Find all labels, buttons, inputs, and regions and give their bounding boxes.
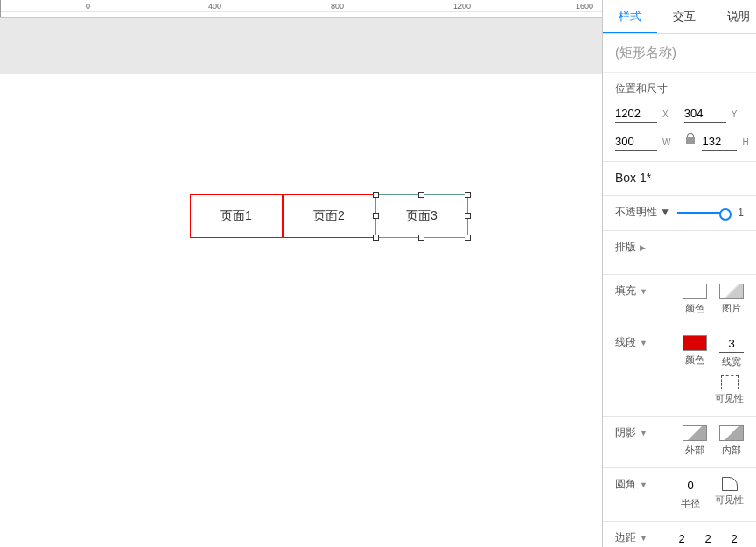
padding-toggle[interactable]: 边距▼ — [615, 530, 648, 545]
line-color-label: 颜色 — [685, 354, 704, 367]
canvas-panel: 0 400 800 1200 1600 页面1 页面2 页面3 — [0, 0, 603, 547]
line-color-swatch[interactable] — [682, 335, 707, 351]
shadow-inner-swatch[interactable] — [719, 425, 744, 441]
opacity-slider[interactable] — [677, 212, 731, 214]
tab-interaction[interactable]: 交互 — [657, 0, 711, 33]
section-line: 线段▼ 颜色 线宽 可见性 — [603, 326, 756, 417]
h-input[interactable] — [702, 133, 737, 151]
shadow-outer-swatch[interactable] — [682, 425, 707, 441]
fill-image-label: 图片 — [722, 302, 741, 315]
line-width-label: 线宽 — [722, 355, 741, 368]
shape-page-2[interactable]: 页面2 — [283, 194, 375, 238]
section-typography: 排版▶ — [603, 231, 756, 275]
fill-color-label: 颜色 — [685, 302, 704, 315]
ruler-tick: 400 — [208, 2, 221, 11]
inspector-sidebar: 样式 交互 说明 (矩形名称) 位置和尺寸 X Y W H — [603, 0, 756, 547]
section-title: 位置和尺寸 — [615, 81, 744, 96]
padding-right-input[interactable] — [725, 530, 743, 547]
fill-toggle[interactable]: 填充▼ — [615, 284, 648, 298]
section-shadow: 阴影▼ 外部 内部 — [603, 417, 756, 468]
corner-toggle[interactable]: 圆角▼ — [615, 477, 648, 492]
resize-handle-mr[interactable] — [465, 213, 471, 219]
typography-toggle[interactable]: 排版▶ — [615, 240, 744, 255]
fill-color-swatch[interactable] — [682, 284, 707, 299]
applied-style-name[interactable]: Box 1* — [615, 171, 651, 185]
line-visibility-icon[interactable] — [721, 375, 738, 389]
shape-label: 页面2 — [313, 208, 345, 224]
resize-handle-br[interactable] — [465, 235, 471, 241]
tab-style[interactable]: 样式 — [603, 0, 657, 33]
padding-top-input[interactable] — [699, 530, 717, 547]
shape-label: 页面1 — [220, 208, 252, 224]
resize-handle-bl[interactable] — [373, 235, 379, 241]
corner-radius-input[interactable] — [678, 477, 703, 494]
padding-left-input[interactable] — [673, 530, 690, 547]
y-input[interactable] — [684, 105, 726, 123]
corner-visibility-icon[interactable] — [722, 477, 738, 491]
opacity-value: 1 — [738, 207, 744, 219]
x-label: X — [662, 109, 668, 119]
ruler-tick: 1600 — [576, 2, 593, 11]
corner-visibility-label: 可见性 — [715, 494, 744, 507]
ruler-horizontal[interactable]: 0 400 800 1200 1600 — [0, 0, 602, 18]
artboard[interactable]: 页面1 页面2 页面3 — [0, 74, 602, 547]
w-label: W — [662, 137, 670, 147]
section-padding: 边距▼ 左侧 顶部 右侧 — [603, 522, 756, 547]
fill-image-swatch[interactable] — [719, 284, 744, 299]
ruler-tick: 1200 — [453, 2, 471, 11]
resize-handle-bm[interactable] — [418, 235, 424, 241]
section-corner: 圆角▼ 半径 可见性 — [603, 468, 756, 522]
resize-handle-tm[interactable] — [418, 192, 424, 198]
resize-handle-ml[interactable] — [373, 213, 379, 219]
line-visibility-label: 可见性 — [715, 392, 744, 405]
x-input[interactable] — [615, 105, 657, 123]
shape-page-3-selected[interactable]: 页面3 — [375, 194, 468, 238]
w-input[interactable] — [615, 133, 657, 151]
tab-notes[interactable]: 说明 — [711, 0, 756, 33]
shape-page-1[interactable]: 页面1 — [190, 194, 283, 238]
inspector-tabs: 样式 交互 说明 — [603, 0, 756, 34]
opacity-label: 不透明性 ▼ — [615, 205, 670, 220]
shape-name-input[interactable]: (矩形名称) — [603, 34, 756, 73]
shadow-toggle[interactable]: 阴影▼ — [615, 425, 648, 440]
section-position-size: 位置和尺寸 X Y W H — [603, 73, 756, 162]
ruler-tick: 0 — [86, 2, 90, 11]
canvas-area[interactable]: 页面1 页面2 页面3 — [0, 18, 602, 547]
corner-radius-label: 半径 — [681, 497, 700, 510]
shadow-outer-label: 外部 — [685, 444, 704, 457]
section-fill: 填充▼ 颜色 图片 — [603, 275, 756, 326]
shape-label: 页面3 — [406, 208, 438, 224]
resize-handle-tl[interactable] — [373, 192, 379, 198]
line-width-input[interactable] — [719, 335, 744, 353]
h-label: H — [742, 137, 748, 147]
shadow-inner-label: 内部 — [722, 444, 741, 457]
line-toggle[interactable]: 线段▼ — [615, 335, 648, 350]
section-style-name: Box 1* — [603, 162, 756, 196]
ruler-tick: 800 — [331, 2, 344, 11]
y-label: Y — [732, 109, 738, 119]
section-opacity: 不透明性 ▼ 1 — [603, 196, 756, 231]
resize-handle-tr[interactable] — [465, 192, 471, 198]
